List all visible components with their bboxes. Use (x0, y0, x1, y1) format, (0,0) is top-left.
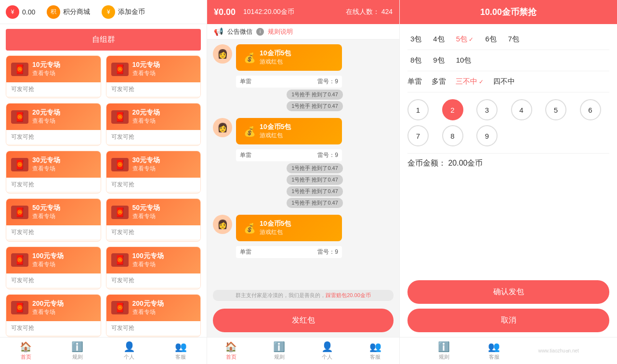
red-packet-row: 👩 💰 10金币5包 游戏红包 (213, 215, 394, 241)
packet-count-item[interactable]: 10包 (453, 54, 474, 67)
nav-item-规则[interactable]: ℹ️规则 (273, 341, 285, 361)
nav-item-客服[interactable]: 👥客服 (369, 341, 381, 361)
number-button-8[interactable]: 8 (442, 125, 463, 146)
right-bottom-nav: ℹ️ 规则 👥 客服 www.tiaozhuɑn.net (400, 337, 617, 364)
middle-coins: 10142:20.00金币 (243, 8, 294, 16)
rp-footer: 单雷雷号：9 (236, 76, 342, 88)
venue-card[interactable]: 200元专场 查看专场 可发可抢 (106, 294, 201, 337)
grab-chip: 1号抢手 抢到了0.47 (287, 175, 343, 185)
venue-icon (111, 301, 129, 314)
venue-subtitle: 查看专场 (132, 260, 164, 269)
nav-item-首页[interactable]: 🏠首页 (20, 341, 32, 361)
red-packet-card[interactable]: 💰 10金币5包 游戏红包 (236, 215, 342, 241)
number-button-2[interactable]: 2 (442, 99, 463, 120)
venue-subtitle: 查看专场 (32, 260, 64, 269)
number-button-9[interactable]: 9 (476, 125, 498, 146)
venue-title: 20元专场 (132, 108, 160, 117)
gold-amount: 金币金额： 20.00金币 (407, 153, 609, 173)
venue-title: 10元专场 (32, 61, 60, 69)
service-icon: 👥 (488, 341, 500, 352)
venue-card[interactable]: 50元专场 查看专场 可发可抢 (6, 198, 101, 241)
packet-count-item[interactable]: 3包 (407, 33, 424, 46)
packet-count-item[interactable]: 4包 (430, 33, 447, 46)
venue-status: 可发可抢 (6, 130, 101, 144)
grab-chip: 1号抢手 抢到了0.47 (287, 90, 343, 100)
venue-card[interactable]: 100元专场 查看专场 可发可抢 (106, 247, 201, 289)
mine-type-item[interactable]: 单雷 (407, 77, 422, 86)
info-icon[interactable]: i (256, 28, 264, 36)
number-button-4[interactable]: 4 (511, 99, 532, 120)
watermark: www.tiaozhuɑn.net (538, 348, 578, 353)
cancel-button[interactable]: 取消 (407, 309, 609, 332)
venue-icon (11, 301, 28, 314)
chat-notice-label: 公告微信 (227, 27, 252, 36)
number-button-6[interactable]: 6 (580, 99, 601, 120)
venue-card[interactable]: 200元专场 查看专场 可发可抢 (6, 294, 101, 337)
venue-title: 30元专场 (32, 156, 60, 165)
number-button-3[interactable]: 3 (476, 99, 498, 120)
nav-item-个人[interactable]: 👤个人 (321, 341, 333, 361)
packet-count-item[interactable]: 6包 (482, 33, 499, 46)
right-content: 3包4包5包 ✓6包7包 8包9包10包 单雷多雷三不中 ✓四不中 123456… (400, 24, 617, 275)
add-gold-label: 添加金币 (118, 8, 145, 16)
packet-count-item[interactable]: 9包 (430, 54, 447, 67)
venue-status: 可发可抢 (6, 178, 101, 192)
venue-icon (11, 110, 28, 124)
venue-subtitle: 查看专场 (32, 117, 60, 125)
packet-count-item[interactable]: 8包 (407, 54, 424, 67)
packet-count-item[interactable]: 5包 ✓ (453, 33, 477, 46)
nav-item-首页[interactable]: 🏠首页 (225, 341, 237, 361)
mine-type-item[interactable]: 多雷 (432, 77, 446, 86)
nav-item-个人[interactable]: 👤个人 (123, 341, 135, 361)
venue-grid: 10元专场 查看专场 可发可抢 10元专场 查看专场 可发可抢 20元专场 查看… (0, 55, 207, 337)
venue-status: 可发可抢 (6, 225, 101, 239)
shop-item[interactable]: 积 积分商城 (47, 5, 90, 19)
avatar: 👩 (213, 118, 232, 137)
venue-card[interactable]: 20元专场 查看专场 可发可抢 (106, 103, 201, 146)
首页-icon: 🏠 (225, 341, 237, 352)
red-packet-row: 👩 💰 10金币5包 游戏红包 (213, 44, 394, 71)
venue-status: 可发可抢 (6, 321, 101, 335)
red-packet-card[interactable]: 💰 10金币5包 游戏红包 (236, 118, 342, 144)
chat-area: 👩 💰 10金币5包 游戏红包 单雷雷号：91号抢手 抢到了0.471号抢手 抢… (207, 39, 399, 290)
number-button-1[interactable]: 1 (407, 99, 429, 120)
nav-item-rules[interactable]: ℹ️ 规则 (438, 341, 450, 361)
venue-title: 50元专场 (32, 204, 60, 212)
venue-subtitle: 查看专场 (132, 69, 160, 78)
red-packet-card[interactable]: 💰 10金币5包 游戏红包 (236, 44, 342, 71)
nav-item-service[interactable]: 👥 客服 (488, 341, 500, 361)
nav-item-规则[interactable]: ℹ️规则 (71, 341, 83, 361)
venue-card[interactable]: 10元专场 查看专场 可发可抢 (6, 55, 101, 98)
send-red-packet-button[interactable]: 发红包 (213, 309, 394, 332)
confirm-send-button[interactable]: 确认发包 (407, 280, 609, 304)
nav-item-客服[interactable]: 👥客服 (175, 341, 187, 361)
venue-card[interactable]: 20元专场 查看专场 可发可抢 (6, 103, 101, 146)
chat-rules-link[interactable]: 规则说明 (268, 27, 293, 36)
首页-icon: 🏠 (20, 341, 32, 352)
self-group-button[interactable]: 自组群 (6, 29, 201, 51)
venue-subtitle: 查看专场 (132, 212, 160, 221)
venue-card[interactable]: 30元专场 查看专场 可发可抢 (6, 151, 101, 194)
packet-count-item[interactable]: 7包 (505, 33, 522, 46)
rp-subtitle: 游戏红包 (260, 58, 291, 66)
mine-type-label: 单雷 (240, 248, 251, 256)
packet-count-row-2: 8包9包10包 (407, 50, 609, 71)
规则-icon: ℹ️ (71, 341, 83, 352)
venue-card[interactable]: 100元专场 查看专场 可发可抢 (6, 247, 101, 289)
venue-card[interactable]: 30元专场 查看专场 可发可抢 (106, 151, 201, 194)
left-bottom-nav: 🏠首页ℹ️规则👤个人👥客服 (0, 337, 207, 364)
venue-title: 200元专场 (132, 299, 164, 308)
mine-type-item[interactable]: 四不中 (493, 77, 515, 86)
add-gold-item[interactable]: ¥ 添加金币 (102, 5, 145, 19)
number-button-5[interactable]: 5 (545, 99, 566, 120)
venue-card[interactable]: 50元专场 查看专场 可发可抢 (106, 198, 201, 241)
grab-chip: 1号抢手 抢到了0.47 (287, 101, 343, 111)
number-button-7[interactable]: 7 (407, 125, 429, 146)
venue-card[interactable]: 10元专场 查看专场 可发可抢 (106, 55, 201, 98)
grab-results: 1号抢手 抢到了0.471号抢手 抢到了0.47 (236, 90, 394, 111)
venue-status: 可发可抢 (106, 321, 201, 335)
chat-message: 👩 💰 10金币5包 游戏红包 单雷雷号：91号抢手 抢到了0.471号抢手 抢… (213, 44, 394, 111)
right-header: 10.00金币禁抢 (400, 0, 617, 24)
客服-icon: 👥 (175, 341, 187, 352)
mine-type-item[interactable]: 三不中 ✓ (456, 77, 484, 86)
